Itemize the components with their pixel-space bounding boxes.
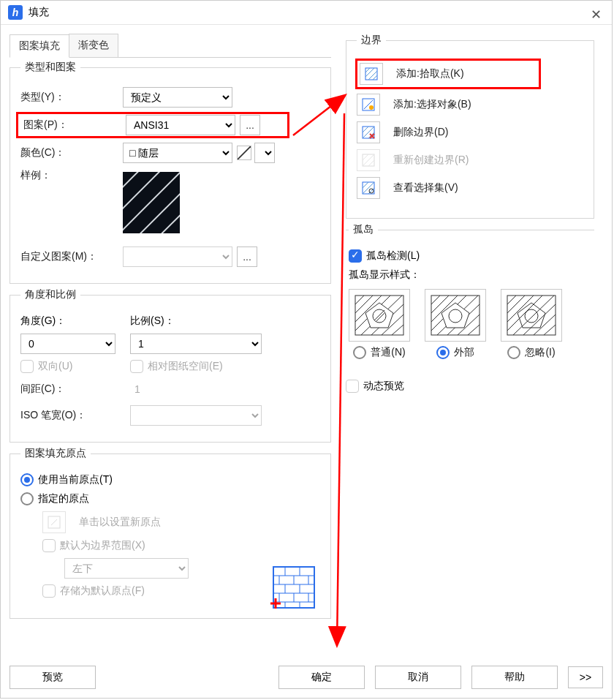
select-type[interactable]: 预定义 [123, 87, 232, 108]
label-pattern: 图案(P)： [23, 118, 126, 132]
checkbox-rel-paper [130, 360, 143, 373]
label-island-outer: 外部 [454, 346, 474, 359]
pick-points-button[interactable]: 添加:拾取点(K) [396, 67, 464, 80]
label-spacing: 间距(C)： [20, 383, 130, 396]
island-style-outer-icon[interactable] [425, 289, 486, 342]
svg-line-72 [507, 296, 516, 304]
select-objects-button[interactable]: 添加:选择对象(B) [393, 98, 471, 111]
select-scale[interactable]: 1 [130, 334, 262, 354]
label-iso-pen: ISO 笔宽(O)： [20, 409, 130, 422]
radio-specified-origin[interactable] [20, 492, 34, 505]
pick-points-icon[interactable] [360, 63, 383, 85]
label-scale: 比例(S)： [130, 315, 175, 328]
legend-origin: 图案填充原点 [20, 447, 91, 460]
label-use-current-origin: 使用当前原点(T) [38, 473, 113, 486]
radio-use-current-origin[interactable] [20, 473, 34, 486]
svg-line-31 [373, 75, 377, 80]
label-island-style: 孤岛显示样式： [349, 268, 584, 282]
checkbox-double [20, 360, 34, 373]
svg-line-68 [468, 325, 480, 335]
svg-point-81 [525, 309, 538, 323]
label-default-extents: 默认为边界范围(X) [60, 539, 145, 552]
svg-line-41 [368, 160, 374, 166]
color-swatch-icon[interactable] [237, 146, 251, 160]
select-origin-position: 左下 [64, 558, 189, 579]
svg-line-73 [507, 296, 525, 313]
tab-gradient[interactable]: 渐变色 [69, 34, 118, 57]
recreate-boundary-button: 重新创建边界(R) [393, 154, 469, 167]
select-pattern[interactable]: ANSI31 [126, 115, 235, 135]
label-color: 颜色(C)： [20, 146, 123, 159]
legend-angle-scale: 角度和比例 [20, 288, 80, 301]
label-island-ignore: 忽略(I) [525, 346, 555, 359]
label-custom-pattern: 自定义图案(M)： [20, 250, 123, 263]
group-island: 孤岛 孤岛检测(L) 孤岛显示样式： [346, 223, 594, 369]
label-type: 类型(Y)： [20, 91, 123, 104]
label-double: 双向(U) [38, 360, 72, 373]
preview-button[interactable]: 预览 [10, 666, 96, 689]
svg-line-28 [365, 68, 370, 72]
window-title: 填充 [29, 6, 49, 19]
custom-pattern-more-button[interactable]: ... [237, 246, 257, 267]
island-style-normal-icon[interactable] [349, 289, 410, 342]
expand-button[interactable]: >> [568, 666, 603, 688]
close-icon[interactable]: ✕ [591, 7, 602, 23]
svg-line-79 [544, 325, 556, 335]
group-type-pattern: 类型和图案 类型(Y)： 预定义 图案(P)： ANSI31 ... 颜色(C)… [10, 61, 331, 284]
svg-line-35 [363, 127, 368, 132]
label-angle: 角度(G)： [20, 315, 130, 328]
origin-preview-icon [270, 564, 317, 611]
checkbox-island-detect[interactable] [349, 249, 362, 263]
label-click-new-origin: 单击以设置新原点 [79, 516, 161, 529]
checkbox-store-default [42, 584, 56, 598]
radio-island-normal[interactable] [353, 346, 366, 359]
svg-line-78 [534, 315, 556, 335]
select-custom-pattern [123, 246, 232, 267]
select-color[interactable]: □ 随层 [123, 143, 232, 163]
label-sample: 样例： [20, 169, 123, 182]
svg-line-40 [363, 154, 374, 166]
legend-island: 孤岛 [349, 223, 378, 236]
view-selection-icon[interactable] [357, 177, 380, 199]
svg-line-43 [363, 182, 368, 188]
radio-island-ignore[interactable] [507, 346, 520, 359]
label-island-detect: 孤岛检测(L) [366, 249, 420, 263]
select-angle[interactable]: 0 [20, 334, 115, 354]
svg-line-61 [431, 296, 440, 304]
label-island-normal: 普通(N) [371, 346, 405, 359]
app-icon: h [8, 5, 23, 20]
ok-button[interactable]: 确定 [278, 666, 365, 689]
recreate-boundary-icon [357, 149, 380, 171]
help-button[interactable]: 帮助 [471, 666, 558, 689]
remove-boundary-icon[interactable] [357, 121, 380, 143]
island-style-ignore-icon[interactable] [501, 289, 562, 342]
svg-line-39 [363, 154, 368, 160]
svg-line-44 [363, 182, 374, 194]
label-dynamic-preview: 动态预览 [363, 380, 404, 393]
select-color-extra[interactable] [254, 143, 275, 163]
group-boundary: 边界 添加:拾取点(K) 添加:选择对象(B) [346, 34, 594, 219]
label-store-default: 存储为默认原点(F) [60, 584, 145, 598]
select-objects-icon[interactable] [357, 94, 380, 116]
group-origin: 图案填充原点 使用当前原点(T) 指定的原点 单击以设置新原点 [10, 447, 331, 619]
svg-line-55 [392, 325, 403, 335]
input-spacing [130, 379, 262, 399]
legend-boundary: 边界 [357, 34, 386, 47]
checkbox-default-extents [42, 539, 56, 552]
click-new-origin-icon [42, 511, 66, 533]
tab-pattern-fill[interactable]: 图案填充 [10, 34, 69, 58]
cancel-button[interactable]: 取消 [375, 666, 461, 689]
svg-point-33 [369, 105, 374, 110]
label-specified-origin: 指定的原点 [38, 492, 89, 505]
view-selection-button[interactable]: 查看选择集(V) [393, 181, 458, 195]
radio-island-outer[interactable] [436, 346, 450, 359]
select-iso-pen [130, 405, 262, 426]
group-angle-scale: 角度和比例 角度(G)： 比例(S)： 0 1 双向(U) [10, 288, 331, 443]
sample-swatch[interactable] [123, 172, 180, 233]
pattern-more-button[interactable]: ... [240, 115, 260, 135]
remove-boundary-button[interactable]: 删除边界(D) [393, 126, 448, 139]
legend-type-pattern: 类型和图案 [20, 61, 80, 74]
checkbox-dynamic-preview[interactable] [346, 380, 359, 393]
label-rel-paper: 相对图纸空间(E) [148, 360, 223, 373]
svg-point-70 [449, 309, 462, 323]
